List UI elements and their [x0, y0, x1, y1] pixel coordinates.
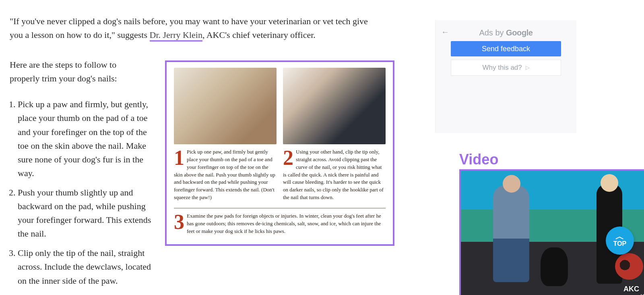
- ad-why-this-ad-button[interactable]: Why this ad? ▷: [451, 60, 561, 76]
- infographic-body-2: Using your other hand, clip the tip only…: [283, 149, 384, 200]
- step-item: Push your thumb slightly up and backward…: [18, 186, 155, 241]
- chevron-up-icon: ︿: [615, 234, 624, 239]
- video-scene-person-1: [493, 185, 529, 282]
- infographic-body-3: Examine the paw pads for foreign objects…: [187, 213, 381, 234]
- intro-text-2: , AKC's chief veterinary officer.: [202, 30, 316, 40]
- video-section-label: Video: [459, 151, 498, 168]
- infographic-number-2: 2: [283, 150, 293, 166]
- infographic-text-3: 3 Examine the paw pads for foreign objec…: [174, 212, 386, 235]
- ad-title: Ads by Google: [436, 28, 576, 37]
- intro-paragraph: "If you've never clipped a dog's nails b…: [10, 15, 376, 42]
- scroll-to-top-button[interactable]: ︿ TOP: [606, 226, 634, 255]
- infographic-callout: 1 Pick up one paw, and firmly but gently…: [165, 60, 394, 246]
- infographic-image-1: [174, 68, 277, 144]
- ad-send-feedback-button[interactable]: Send feedback: [451, 41, 561, 56]
- infographic-text-1: 1 Pick up one paw, and firmly but gently…: [174, 148, 277, 202]
- steps-list: Pick up a paw and firmly, but gently, pl…: [18, 98, 155, 295]
- video-scene-dog: [541, 247, 568, 286]
- infographic-number-3: 3: [174, 214, 184, 231]
- infographic-number-1: 1: [174, 150, 184, 166]
- ad-panel: ← Ads by Google Send feedback Why this a…: [435, 20, 576, 133]
- video-scene-person-2-head: [601, 174, 618, 192]
- intro-author-link[interactable]: Dr. Jerry Klein: [150, 30, 202, 42]
- video-watermark-logo: AKC: [623, 285, 639, 293]
- step-item: Pick up a paw and firmly, but gently, pl…: [18, 98, 155, 180]
- ad-why-label: Why this ad?: [483, 64, 522, 71]
- video-scene-person-1-head: [503, 175, 520, 193]
- ad-title-brand: Google: [506, 28, 533, 37]
- step-item: Avoid clipping past the curve of the nai…: [18, 293, 155, 295]
- video-scene-tunnel: [615, 253, 643, 280]
- step-item: Clip only the tip of the nail, straight …: [18, 246, 155, 287]
- sidebar: ← Ads by Google Send feedback Why this a…: [437, 20, 644, 295]
- ad-title-prefix: Ads by: [479, 28, 506, 37]
- infographic-body-1: Pick up one paw, and firmly but gently p…: [174, 149, 275, 200]
- infographic-divider: [174, 208, 386, 208]
- infographic-image-2: [283, 68, 386, 144]
- steps-lead: Here are the steps to follow to properly…: [10, 58, 142, 85]
- infographic-text-2: 2 Using your other hand, clip the tip on…: [283, 148, 386, 202]
- adchoices-icon: ▷: [526, 60, 530, 75]
- video-close-icon[interactable]: ✕: [640, 293, 644, 295]
- scroll-to-top-label: TOP: [613, 240, 627, 247]
